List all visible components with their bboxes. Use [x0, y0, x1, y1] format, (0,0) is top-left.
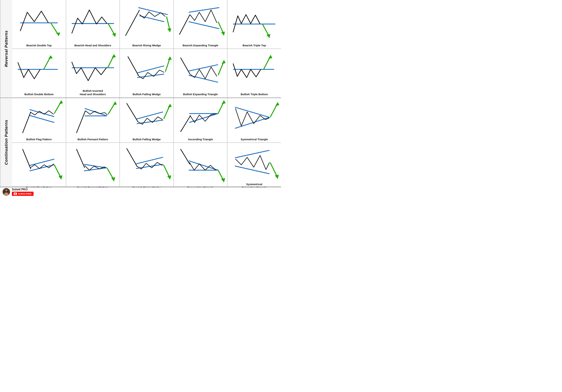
- svg-line-8: [140, 16, 164, 22]
- svg-line-12: [189, 8, 219, 12]
- chart-bullish-expanding-tri: [175, 52, 226, 89]
- pattern-bearish-pennant: Bearish Pennant Pattern: [66, 143, 120, 191]
- label-bullish-falling-wedge-cont: Bullish Falling Wedge: [133, 138, 161, 141]
- label-ascending-triangle: Ascending Triangle: [188, 138, 213, 141]
- svg-marker-10: [167, 28, 171, 32]
- pattern-bullish-flag: Bullish Flag Pattern: [12, 98, 66, 143]
- label-symmetrical-triangle: Symmetrical Triangle: [241, 138, 268, 141]
- svg-marker-76: [167, 176, 171, 179]
- svg-marker-21: [48, 55, 52, 59]
- svg-marker-57: [222, 100, 225, 104]
- svg-marker-15: [221, 32, 225, 36]
- chart-ascending-triangle: [175, 99, 226, 136]
- pattern-bearish-flag: Bearish Flag Pattern: [12, 143, 66, 191]
- svg-line-67: [76, 149, 85, 168]
- bullish-reversal-row: Bullish Double Bottom Bul: [12, 49, 281, 97]
- pattern-bullish-pennant: Bullish Pennant Pattern: [66, 98, 120, 143]
- pattern-bearish-double-top: Bearish Double Top: [12, 0, 66, 48]
- svg-line-40: [30, 115, 54, 122]
- svg-marker-24: [112, 54, 116, 58]
- svg-line-77: [180, 149, 190, 165]
- chart-bearish-expanding-tri: [175, 3, 226, 40]
- reversal-section: Reversal Patterns: [0, 0, 281, 98]
- chart-bearish-pennant: [67, 145, 119, 183]
- svg-marker-18: [266, 34, 270, 38]
- svg-line-63: [30, 159, 54, 166]
- svg-line-72: [127, 148, 137, 167]
- chart-symmetrical-expanding: [228, 144, 280, 181]
- subscribe-label: SUBSCRIBE: [18, 192, 32, 195]
- svg-line-30: [180, 58, 190, 74]
- bottom-bar: Soheil PKO SUBSCRIBE: [0, 187, 281, 196]
- pattern-bullish-double-bottom: Bullish Double Bottom: [12, 49, 66, 97]
- svg-line-73: [136, 157, 163, 164]
- pattern-bullish-inverted-hs: Bullish Inverted Head and Shoulders: [66, 49, 120, 97]
- svg-line-62: [23, 149, 31, 169]
- pattern-bullish-expanding-tri: Bullish Expanding Triangle: [174, 49, 228, 97]
- svg-marker-66: [59, 176, 62, 179]
- continuation-rows: Bullish Flag Pattern: [12, 98, 281, 187]
- chart-symmetrical-triangle: [228, 99, 280, 136]
- chart-descending-triangle: [175, 145, 226, 183]
- pattern-bullish-falling-wedge-cont: Bullish Falling Wedge: [120, 98, 174, 143]
- main-container: Reversal Patterns: [0, 0, 281, 196]
- label-bullish-flag: Bullish Flag Pattern: [26, 138, 52, 141]
- author-name: Soheil PKO: [12, 188, 34, 191]
- pattern-symmetrical-triangle: Symmetrical Triangle: [227, 98, 281, 143]
- pattern-bullish-falling-wedge-rev: Bullish Falling Wedge: [120, 49, 174, 97]
- chart-bearish-flag: [13, 145, 65, 183]
- label-bearish-expanding-tri: Bearish Expanding Triangle: [183, 44, 218, 47]
- author-avatar: [2, 188, 10, 196]
- label-bullish-double-bottom: Bullish Double Bottom: [24, 93, 54, 96]
- chart-bearish-triple-top: [228, 3, 280, 40]
- subscribe-button[interactable]: SUBSCRIBE: [12, 192, 34, 196]
- pattern-bearish-hs: Bearish Head and Shoulders: [66, 0, 120, 48]
- chart-bearish-double-top: [13, 3, 65, 40]
- bearish-cont-row: Bearish Flag Pattern: [12, 143, 281, 191]
- chart-bearish-rising-wedge-cont: [121, 145, 173, 183]
- label-bearish-rising-wedge: Bearish Rising Wedge: [132, 44, 161, 47]
- svg-marker-85: [275, 175, 279, 179]
- chart-bullish-pennant: [67, 99, 119, 136]
- svg-rect-90: [7, 191, 8, 192]
- svg-marker-29: [168, 57, 172, 60]
- svg-marker-5: [112, 33, 116, 37]
- svg-line-44: [84, 108, 107, 116]
- label-bullish-pennant: Bullish Pennant Pattern: [78, 138, 108, 141]
- svg-line-13: [189, 22, 219, 29]
- label-bullish-expanding-tri: Bullish Expanding Triangle: [183, 93, 218, 96]
- svg-rect-89: [4, 191, 6, 192]
- svg-marker-61: [275, 102, 279, 106]
- pattern-bearish-rising-wedge-cont: Bearish Rising Wedge: [120, 143, 174, 191]
- chart-bearish-rising-wedge: [121, 3, 173, 40]
- pattern-bearish-expanding-triangle: Bearish Expanding Triangle: [174, 0, 228, 48]
- svg-line-25: [128, 57, 139, 75]
- svg-marker-81: [221, 178, 225, 182]
- pattern-bearish-rising-wedge: Bearish Rising Wedge: [120, 0, 174, 48]
- chart-bullish-triple-bottom: [228, 52, 280, 89]
- svg-line-38: [23, 112, 31, 133]
- svg-line-53: [180, 115, 190, 132]
- pattern-symmetrical-expanding: Symmetrical Expanding Triangle: [227, 143, 281, 191]
- pattern-ascending-triangle: Ascending Triangle: [174, 98, 228, 143]
- svg-line-48: [127, 103, 138, 121]
- svg-line-83: [235, 166, 269, 174]
- pattern-descending-triangle: Descending Triangle: [174, 143, 228, 191]
- youtube-icon: [14, 193, 17, 195]
- svg-line-6: [126, 10, 140, 36]
- chart-bullish-flag: [13, 99, 65, 136]
- chart-bullish-falling-wedge-cont: [121, 99, 173, 136]
- chart-bearish-hs: [67, 3, 119, 40]
- svg-line-82: [235, 150, 269, 158]
- chart-bullish-falling-wedge-rev: [121, 52, 173, 89]
- svg-marker-47: [113, 101, 117, 105]
- svg-marker-34: [222, 60, 225, 64]
- label-bearish-double-top: Bearish Double Top: [26, 44, 52, 47]
- continuation-section: Continuation Patterns: [0, 98, 281, 187]
- bearish-reversal-row: Bearish Double Top Bearis: [12, 0, 281, 49]
- reversal-label: Reversal Patterns: [0, 0, 12, 97]
- label-bullish-triple-bottom: Bullish Triple Bottom: [241, 93, 268, 96]
- reversal-rows: Bearish Double Top Bearis: [12, 0, 281, 97]
- continuation-label: Continuation Patterns: [0, 98, 12, 187]
- svg-line-26: [137, 66, 164, 73]
